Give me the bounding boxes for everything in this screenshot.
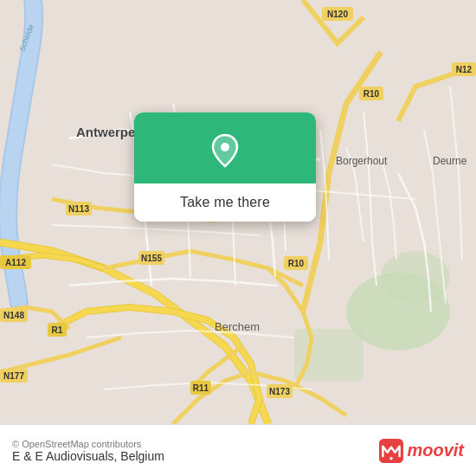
- svg-text:Deurne: Deurne: [433, 155, 467, 167]
- svg-text:N155: N155: [141, 254, 162, 263]
- svg-text:R1: R1: [52, 325, 63, 335]
- svg-text:N120: N120: [327, 10, 348, 19]
- popup-card: Take me there: [134, 113, 316, 222]
- footer-bar: © OpenStreetMap contributors E & E Audio…: [0, 424, 476, 476]
- svg-text:R11: R11: [193, 383, 209, 393]
- moovit-logo: moovit: [379, 439, 464, 463]
- map-attribution: © OpenStreetMap contributors: [12, 439, 164, 449]
- svg-text:N177: N177: [3, 371, 24, 381]
- svg-text:N148: N148: [3, 311, 24, 320]
- svg-point-33: [221, 143, 229, 151]
- svg-text:Borgerhout: Borgerhout: [336, 155, 388, 167]
- svg-text:Berchem: Berchem: [215, 320, 260, 333]
- take-me-there-button[interactable]: Take me there: [134, 183, 316, 222]
- moovit-icon: [379, 439, 403, 463]
- footer-left: © OpenStreetMap contributors E & E Audio…: [12, 439, 164, 463]
- svg-point-2: [381, 251, 450, 303]
- location-pin-icon: [206, 132, 244, 170]
- moovit-text-label: moovit: [407, 441, 464, 460]
- svg-point-35: [390, 457, 394, 460]
- location-label: E & E Audiovisuals, Belgium: [12, 449, 164, 463]
- svg-text:R10: R10: [288, 259, 305, 268]
- svg-text:Antwerpen: Antwerpen: [76, 125, 144, 139]
- svg-text:A112: A112: [5, 258, 26, 267]
- popup-green-area: [134, 113, 316, 183]
- svg-text:N113: N113: [68, 204, 89, 214]
- svg-text:R10: R10: [363, 89, 380, 99]
- svg-text:N173: N173: [269, 387, 290, 396]
- map-container: N120 N12 R10 R10 A112 N113 N155 N148 R1 …: [0, 0, 476, 424]
- svg-text:N12: N12: [456, 65, 473, 74]
